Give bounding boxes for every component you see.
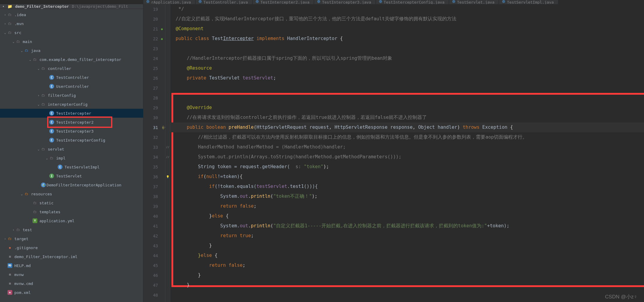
fold-marker[interactable] xyxy=(165,4,170,14)
code-line[interactable]: System.out.println(Arrays.toString(handl… xyxy=(170,152,644,162)
line-number[interactable]: 41 xyxy=(143,221,165,231)
line-number[interactable]: 34 xyxy=(143,152,165,162)
tree-node[interactable]: ⌄🗀controller xyxy=(0,64,143,73)
line-number[interactable]: 40 xyxy=(143,211,165,221)
code-line[interactable]: @Component xyxy=(170,24,644,34)
tree-node[interactable]: ›🗀.idea xyxy=(0,10,143,19)
tree-node[interactable]: CTestController xyxy=(0,73,143,82)
line-number[interactable]: 36 xyxy=(143,172,165,182)
code-line[interactable]: private TestServlet testServlet; xyxy=(170,73,644,83)
caret-icon[interactable]: ⌄ xyxy=(36,103,41,106)
editor-foldbar[interactable]: ////💡 xyxy=(165,4,170,302)
fold-marker[interactable]: // xyxy=(165,142,170,152)
line-number[interactable]: 29 xyxy=(143,103,165,113)
line-number[interactable]: 21◆ xyxy=(143,24,165,34)
fold-marker[interactable]: 💡 xyxy=(165,172,170,182)
code-line[interactable]: */ xyxy=(170,4,644,14)
tree-node[interactable]: CTestServletImpl xyxy=(0,163,143,171)
tree-node[interactable]: ⌄🗀servlet xyxy=(0,145,143,154)
editor-tab[interactable]: rApplication.java xyxy=(143,0,195,4)
code-line[interactable]: System.out.println("token不正确！"); xyxy=(170,191,644,201)
code-line[interactable]: if(null!=token){ xyxy=(170,172,644,182)
code-line[interactable]: return false; xyxy=(170,260,644,270)
project-name[interactable]: demo_Filter_Interceptor xyxy=(15,4,69,9)
fold-marker[interactable] xyxy=(165,260,170,270)
tree-node[interactable]: C▸DemoFilterInterceptorApplication xyxy=(0,180,143,189)
fold-marker[interactable] xyxy=(165,44,170,53)
code-line[interactable]: public boolean preHandle(HttpServletRequ… xyxy=(170,122,644,132)
editor-tab[interactable]: TestIntercepter2.java xyxy=(253,0,314,4)
line-number[interactable]: 20 xyxy=(143,14,165,24)
caret-icon[interactable]: ⌄ xyxy=(20,192,24,196)
tree-node[interactable]: ⌄🗀main xyxy=(0,37,143,46)
tree-node[interactable]: MDHELP.md xyxy=(0,261,143,270)
line-number[interactable]: 19 xyxy=(143,4,165,14)
code-line[interactable]: //自定义拦截器，实现HandlerInterceptor接口，重写他的三个方法… xyxy=(170,14,644,24)
fold-marker[interactable] xyxy=(165,201,170,211)
line-number[interactable]: 45 xyxy=(143,260,165,270)
line-number[interactable]: 37 xyxy=(143,182,165,191)
editor-tab[interactable]: TestIntercepter3.java xyxy=(314,0,375,4)
fold-marker[interactable] xyxy=(165,191,170,201)
fold-marker[interactable] xyxy=(165,132,170,142)
fold-marker[interactable] xyxy=(165,34,170,44)
editor-tab[interactable]: TestController.java xyxy=(196,0,252,4)
line-number[interactable]: 27 xyxy=(143,83,165,93)
code-line[interactable] xyxy=(170,290,644,300)
code-line[interactable]: System.out.println("自定义拦截器1-----开始拦截,在进入… xyxy=(170,221,644,231)
fold-marker[interactable] xyxy=(165,24,170,34)
fold-marker[interactable] xyxy=(165,280,170,290)
line-number[interactable]: 23 xyxy=(143,44,165,53)
tree-node[interactable]: ≡mvnw xyxy=(0,270,143,279)
line-number[interactable]: 48 xyxy=(143,290,165,300)
tree-node[interactable]: CTestIntercepter3 xyxy=(0,127,143,136)
fold-marker[interactable] xyxy=(165,182,170,191)
fold-marker[interactable] xyxy=(165,14,170,24)
tree-node[interactable]: ≡demo_Filter_Interceptor.iml xyxy=(0,252,143,261)
code-line[interactable]: String token = request.getHeader( s: "to… xyxy=(170,162,644,172)
code-line[interactable]: public class TestIntercepter implements … xyxy=(170,34,644,44)
tree-node[interactable]: ⌄🗀resources xyxy=(0,189,143,198)
caret-icon[interactable]: ⌄ xyxy=(36,148,41,151)
line-number[interactable]: 38 xyxy=(143,191,165,201)
tree-node[interactable]: ⌄🗀src xyxy=(0,28,143,37)
code-line[interactable]: }else { xyxy=(170,211,644,221)
line-number[interactable]: 44 xyxy=(143,251,165,260)
fold-marker[interactable] xyxy=(165,93,170,103)
tree-node[interactable]: Yapplication.yml xyxy=(0,216,143,225)
tree-node[interactable]: CUserController xyxy=(0,82,143,91)
code-line[interactable]: @Override xyxy=(170,103,644,113)
caret-icon[interactable]: › xyxy=(3,237,7,240)
collapse-icon[interactable]: ▾ xyxy=(2,4,4,8)
code-line[interactable]: } xyxy=(170,280,644,290)
tree-node[interactable]: ›🗀filterConfig xyxy=(0,91,143,100)
line-number[interactable]: 32 xyxy=(143,132,165,142)
fold-marker[interactable] xyxy=(165,53,170,63)
code-line[interactable]: return true; xyxy=(170,231,644,241)
code-line[interactable] xyxy=(170,93,644,103)
tree-node[interactable]: ⌄🗀intercepterConfig xyxy=(0,100,143,109)
line-number[interactable]: 26 xyxy=(143,73,165,83)
caret-icon[interactable]: › xyxy=(3,22,7,25)
line-number[interactable]: 33 xyxy=(143,142,165,152)
fold-marker[interactable] xyxy=(165,63,170,73)
tree-node[interactable]: 🗀static xyxy=(0,198,143,207)
code-line[interactable] xyxy=(170,83,644,93)
line-number[interactable]: 30 xyxy=(143,113,165,122)
tree-node[interactable]: CTestIntercepter xyxy=(0,109,143,118)
code-line[interactable] xyxy=(170,44,644,53)
code-line[interactable]: //相比过滤器，拦截器可以在方法内使用反射机制获取目标接口上的信息，例如控制器和… xyxy=(170,132,644,142)
caret-icon[interactable]: ⌄ xyxy=(28,58,32,61)
code-line[interactable]: } xyxy=(170,241,644,251)
line-number[interactable]: 47 xyxy=(143,280,165,290)
line-number[interactable]: 42 xyxy=(143,231,165,241)
code-line[interactable]: if(!token.equals(testServlet.test1())){ xyxy=(170,182,644,191)
code-line[interactable]: }else { xyxy=(170,251,644,260)
tree-node[interactable]: ⌄🗀java xyxy=(0,46,143,55)
caret-icon[interactable]: › xyxy=(11,228,16,232)
caret-icon[interactable]: › xyxy=(36,94,41,97)
line-number[interactable]: 43 xyxy=(143,241,165,251)
fold-marker[interactable] xyxy=(165,73,170,83)
fold-marker[interactable] xyxy=(165,231,170,241)
tree-node[interactable]: 🗀templates xyxy=(0,207,143,216)
